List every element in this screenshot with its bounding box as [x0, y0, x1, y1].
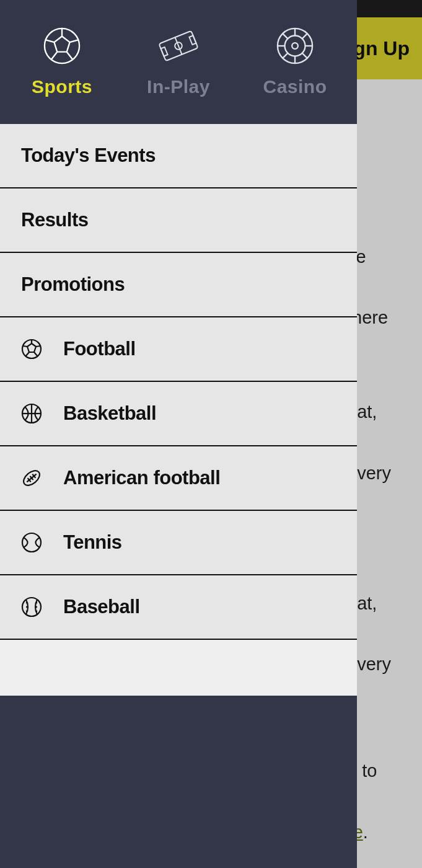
drawer-empty-area [0, 696, 357, 868]
svg-line-45 [35, 611, 37, 611]
football-icon [21, 339, 42, 360]
tab-sports[interactable]: Sports [4, 27, 120, 97]
roulette-icon [275, 27, 315, 65]
menu-item-label: Football [63, 338, 136, 360]
menu-blank-area [0, 640, 357, 696]
svg-line-42 [26, 611, 28, 611]
svg-line-29 [23, 346, 27, 347]
svg-line-22 [283, 53, 288, 58]
pitch-icon [158, 27, 199, 65]
tab-label: Casino [263, 76, 327, 97]
svg-line-19 [283, 34, 288, 39]
american-football-icon [21, 467, 42, 489]
svg-rect-10 [161, 47, 168, 56]
svg-point-14 [292, 43, 298, 49]
menu-item-label: Promotions [21, 273, 125, 296]
svg-marker-1 [54, 37, 69, 52]
menu-item-basketball[interactable]: Basketball [0, 382, 357, 446]
menu-item-label: Basketball [63, 402, 156, 425]
menu-item-label: Results [21, 209, 88, 231]
svg-line-8 [175, 37, 182, 55]
menu-item-label: Today's Events [21, 144, 156, 167]
tab-label: In-Play [147, 76, 210, 97]
svg-line-43 [35, 603, 37, 603]
tab-in-play[interactable]: In-Play [120, 27, 237, 97]
svg-rect-11 [189, 35, 196, 45]
svg-line-28 [25, 352, 29, 356]
menu-item-label: American football [63, 467, 220, 489]
menu-item-label: Baseball [63, 596, 140, 618]
tab-casino[interactable]: Casino [237, 27, 353, 97]
svg-line-20 [302, 53, 307, 58]
soccer-ball-icon [42, 27, 82, 65]
svg-point-38 [22, 533, 41, 552]
svg-point-39 [22, 598, 41, 616]
side-drawer: Sports In-Play [0, 0, 357, 868]
baseball-icon [21, 596, 42, 618]
menu-item-todays-events[interactable]: Today's Events [0, 124, 357, 188]
menu-item-results[interactable]: Results [0, 188, 357, 253]
drawer-menu: Today's Events Results Promotions Footba… [0, 124, 357, 640]
menu-item-baseball[interactable]: Baseball [0, 575, 357, 640]
menu-item-label: Tennis [63, 531, 122, 554]
svg-line-27 [34, 352, 38, 356]
basketball-icon [21, 403, 42, 424]
svg-marker-24 [27, 343, 36, 352]
svg-line-21 [302, 34, 307, 39]
svg-line-40 [26, 603, 28, 603]
menu-item-football[interactable]: Football [0, 317, 357, 382]
svg-line-5 [51, 52, 58, 60]
svg-line-6 [46, 40, 55, 42]
tab-label: Sports [32, 76, 92, 97]
menu-item-tennis[interactable]: Tennis [0, 511, 357, 575]
menu-item-promotions[interactable]: Promotions [0, 253, 357, 317]
menu-item-american-football[interactable]: American football [0, 446, 357, 511]
svg-line-3 [70, 40, 79, 42]
svg-point-13 [285, 36, 306, 56]
drawer-tabs: Sports In-Play [0, 0, 357, 124]
svg-line-26 [36, 346, 40, 347]
svg-line-4 [67, 52, 73, 60]
tennis-icon [21, 532, 42, 553]
